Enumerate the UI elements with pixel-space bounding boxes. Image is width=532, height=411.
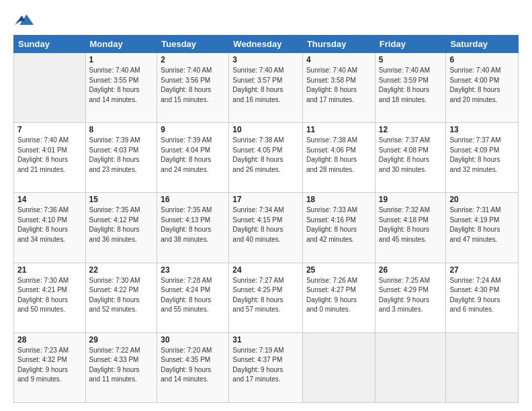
day-cell: 14Sunrise: 7:36 AM Sunset: 4:10 PM Dayli… <box>14 193 86 263</box>
day-cell <box>375 332 446 402</box>
day-info: Sunrise: 7:28 AM Sunset: 4:24 PM Dayligh… <box>161 276 225 315</box>
day-cell: 8Sunrise: 7:39 AM Sunset: 4:03 PM Daylig… <box>85 123 157 193</box>
day-info: Sunrise: 7:24 AM Sunset: 4:30 PM Dayligh… <box>449 276 515 315</box>
day-info: Sunrise: 7:40 AM Sunset: 3:57 PM Dayligh… <box>232 66 299 105</box>
logo <box>13 11 34 30</box>
day-number: 2 <box>161 55 225 64</box>
day-cell: 26Sunrise: 7:25 AM Sunset: 4:29 PM Dayli… <box>375 263 446 332</box>
week-row-2: 7Sunrise: 7:40 AM Sunset: 4:01 PM Daylig… <box>14 123 519 193</box>
day-info: Sunrise: 7:35 AM Sunset: 4:12 PM Dayligh… <box>89 205 154 244</box>
day-number: 7 <box>17 125 82 134</box>
day-cell: 17Sunrise: 7:34 AM Sunset: 4:15 PM Dayli… <box>229 193 303 263</box>
calendar-table: SundayMondayTuesdayWednesdayThursdayFrid… <box>13 35 519 403</box>
week-row-4: 21Sunrise: 7:30 AM Sunset: 4:21 PM Dayli… <box>14 263 519 332</box>
day-number: 6 <box>449 55 515 64</box>
weekday-header-row: SundayMondayTuesdayWednesdayThursdayFrid… <box>14 36 519 53</box>
day-cell: 3Sunrise: 7:40 AM Sunset: 3:57 PM Daylig… <box>229 53 303 123</box>
day-cell: 16Sunrise: 7:35 AM Sunset: 4:13 PM Dayli… <box>157 193 229 263</box>
day-cell: 24Sunrise: 7:27 AM Sunset: 4:25 PM Dayli… <box>229 263 303 332</box>
day-cell <box>14 53 86 123</box>
day-info: Sunrise: 7:40 AM Sunset: 3:59 PM Dayligh… <box>379 66 443 105</box>
day-number: 10 <box>232 125 299 134</box>
day-number: 3 <box>232 55 299 64</box>
day-number: 28 <box>17 335 82 345</box>
week-row-1: 1Sunrise: 7:40 AM Sunset: 3:55 PM Daylig… <box>14 53 519 123</box>
day-info: Sunrise: 7:30 AM Sunset: 4:21 PM Dayligh… <box>17 276 82 315</box>
day-info: Sunrise: 7:39 AM Sunset: 4:04 PM Dayligh… <box>161 136 225 175</box>
week-row-3: 14Sunrise: 7:36 AM Sunset: 4:10 PM Dayli… <box>14 193 519 263</box>
day-number: 15 <box>89 195 154 204</box>
day-cell: 19Sunrise: 7:32 AM Sunset: 4:18 PM Dayli… <box>375 193 446 263</box>
weekday-sunday: Sunday <box>14 36 86 53</box>
day-info: Sunrise: 7:26 AM Sunset: 4:27 PM Dayligh… <box>306 276 371 315</box>
day-cell: 6Sunrise: 7:40 AM Sunset: 4:00 PM Daylig… <box>446 53 519 123</box>
day-info: Sunrise: 7:33 AM Sunset: 4:16 PM Dayligh… <box>306 205 371 244</box>
weekday-wednesday: Wednesday <box>229 36 303 53</box>
day-number: 24 <box>232 265 299 275</box>
day-number: 21 <box>17 265 82 275</box>
day-number: 26 <box>379 265 443 275</box>
day-info: Sunrise: 7:37 AM Sunset: 4:08 PM Dayligh… <box>379 136 443 175</box>
day-cell <box>446 332 519 402</box>
day-number: 1 <box>89 55 154 64</box>
header <box>13 11 519 30</box>
day-number: 18 <box>306 195 371 204</box>
day-number: 14 <box>17 195 82 204</box>
day-info: Sunrise: 7:31 AM Sunset: 4:19 PM Dayligh… <box>449 205 515 244</box>
day-cell: 5Sunrise: 7:40 AM Sunset: 3:59 PM Daylig… <box>375 53 446 123</box>
day-cell: 29Sunrise: 7:22 AM Sunset: 4:33 PM Dayli… <box>85 332 157 402</box>
day-number: 12 <box>379 125 443 134</box>
day-number: 4 <box>306 55 371 64</box>
day-info: Sunrise: 7:39 AM Sunset: 4:03 PM Dayligh… <box>89 136 154 175</box>
day-cell: 2Sunrise: 7:40 AM Sunset: 3:56 PM Daylig… <box>157 53 229 123</box>
day-cell: 12Sunrise: 7:37 AM Sunset: 4:08 PM Dayli… <box>375 123 446 193</box>
day-cell: 18Sunrise: 7:33 AM Sunset: 4:16 PM Dayli… <box>302 193 375 263</box>
day-number: 9 <box>161 125 225 134</box>
day-info: Sunrise: 7:40 AM Sunset: 3:56 PM Dayligh… <box>161 66 225 105</box>
day-cell: 25Sunrise: 7:26 AM Sunset: 4:27 PM Dayli… <box>302 263 375 332</box>
day-cell: 28Sunrise: 7:23 AM Sunset: 4:32 PM Dayli… <box>14 332 86 402</box>
day-info: Sunrise: 7:35 AM Sunset: 4:13 PM Dayligh… <box>161 205 225 244</box>
day-cell: 21Sunrise: 7:30 AM Sunset: 4:21 PM Dayli… <box>14 263 86 332</box>
day-info: Sunrise: 7:30 AM Sunset: 4:22 PM Dayligh… <box>89 276 154 315</box>
day-number: 19 <box>379 195 443 204</box>
day-cell: 23Sunrise: 7:28 AM Sunset: 4:24 PM Dayli… <box>157 263 229 332</box>
day-info: Sunrise: 7:38 AM Sunset: 4:06 PM Dayligh… <box>306 136 371 175</box>
day-info: Sunrise: 7:37 AM Sunset: 4:09 PM Dayligh… <box>449 136 515 175</box>
day-info: Sunrise: 7:23 AM Sunset: 4:32 PM Dayligh… <box>17 346 82 385</box>
day-cell: 1Sunrise: 7:40 AM Sunset: 3:55 PM Daylig… <box>85 53 157 123</box>
day-number: 11 <box>306 125 371 134</box>
day-number: 13 <box>449 125 515 134</box>
weekday-monday: Monday <box>85 36 157 53</box>
day-number: 23 <box>161 265 225 275</box>
day-number: 20 <box>449 195 515 204</box>
day-info: Sunrise: 7:25 AM Sunset: 4:29 PM Dayligh… <box>379 276 443 315</box>
weekday-tuesday: Tuesday <box>157 36 229 53</box>
day-info: Sunrise: 7:27 AM Sunset: 4:25 PM Dayligh… <box>232 276 299 315</box>
day-info: Sunrise: 7:20 AM Sunset: 4:35 PM Dayligh… <box>161 346 225 385</box>
day-info: Sunrise: 7:40 AM Sunset: 3:58 PM Dayligh… <box>306 66 371 105</box>
day-number: 5 <box>379 55 443 64</box>
day-number: 29 <box>89 335 154 345</box>
page: SundayMondayTuesdayWednesdayThursdayFrid… <box>0 0 532 411</box>
day-cell: 7Sunrise: 7:40 AM Sunset: 4:01 PM Daylig… <box>14 123 86 193</box>
week-row-5: 28Sunrise: 7:23 AM Sunset: 4:32 PM Dayli… <box>14 332 519 402</box>
day-cell: 11Sunrise: 7:38 AM Sunset: 4:06 PM Dayli… <box>302 123 375 193</box>
day-info: Sunrise: 7:32 AM Sunset: 4:18 PM Dayligh… <box>379 205 443 244</box>
day-cell: 30Sunrise: 7:20 AM Sunset: 4:35 PM Dayli… <box>157 332 229 402</box>
day-info: Sunrise: 7:36 AM Sunset: 4:10 PM Dayligh… <box>17 205 82 244</box>
weekday-thursday: Thursday <box>302 36 375 53</box>
day-cell <box>302 332 375 402</box>
day-info: Sunrise: 7:22 AM Sunset: 4:33 PM Dayligh… <box>89 346 154 385</box>
day-number: 16 <box>161 195 225 204</box>
logo-icon <box>15 11 34 30</box>
day-info: Sunrise: 7:19 AM Sunset: 4:37 PM Dayligh… <box>232 346 299 385</box>
day-cell: 20Sunrise: 7:31 AM Sunset: 4:19 PM Dayli… <box>446 193 519 263</box>
day-number: 25 <box>306 265 371 275</box>
day-cell: 22Sunrise: 7:30 AM Sunset: 4:22 PM Dayli… <box>85 263 157 332</box>
day-number: 31 <box>232 335 299 345</box>
day-info: Sunrise: 7:40 AM Sunset: 4:00 PM Dayligh… <box>449 66 515 105</box>
day-cell: 27Sunrise: 7:24 AM Sunset: 4:30 PM Dayli… <box>446 263 519 332</box>
day-number: 27 <box>449 265 515 275</box>
day-cell: 10Sunrise: 7:38 AM Sunset: 4:05 PM Dayli… <box>229 123 303 193</box>
